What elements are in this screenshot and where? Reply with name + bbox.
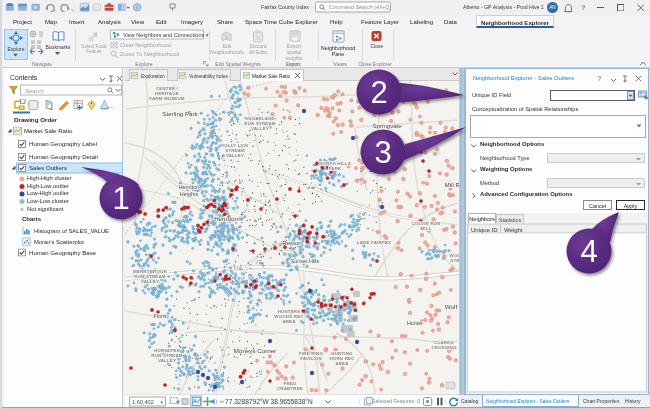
svg-text:Moneys Corner: Moneys Corner (234, 347, 276, 354)
svg-text:Wolf: Wolf (445, 303, 458, 310)
svg-text:Herndon: Herndon (179, 184, 200, 190)
svg-text:AREA: AREA (335, 361, 349, 366)
svg-text:PARK: PARK (329, 166, 343, 171)
svg-text:FARM MUSEUM: FARM MUSEUM (149, 96, 185, 101)
svg-text:VALLEY: VALLEY (141, 279, 159, 284)
svg-text:CRABTREE: CRABTREE (277, 386, 303, 391)
svg-text:LAKE FAIRFAX: LAKE FAIRFAX (357, 240, 391, 245)
svg-text:Springvale: Springvale (372, 122, 402, 129)
svg-text:Sterling Park: Sterling Park (162, 110, 198, 117)
svg-text:Reston: Reston (282, 239, 302, 246)
svg-text:Hunter: Hunter (407, 320, 423, 326)
svg-text:CROSSING: CROSSING (431, 345, 456, 350)
svg-text:MILL: MILL (420, 226, 431, 231)
svg-text:PAVILION: PAVILION (300, 356, 322, 361)
svg-text:VALLEY: VALLEY (251, 126, 269, 131)
svg-text:VALLEY: VALLEY (158, 358, 176, 363)
svg-text:Sunset Hills: Sunset Hills (291, 258, 320, 264)
svg-text:VALLEY: VALLEY (226, 153, 244, 158)
svg-text:Herndon: Herndon (214, 215, 238, 222)
svg-text:Floris: Floris (153, 313, 166, 319)
svg-text:Mill Ru: Mill Ru (445, 181, 459, 188)
svg-text:AREA: AREA (282, 319, 296, 324)
svg-text:STR: STR (450, 258, 459, 263)
svg-text:Heights: Heights (180, 191, 199, 197)
